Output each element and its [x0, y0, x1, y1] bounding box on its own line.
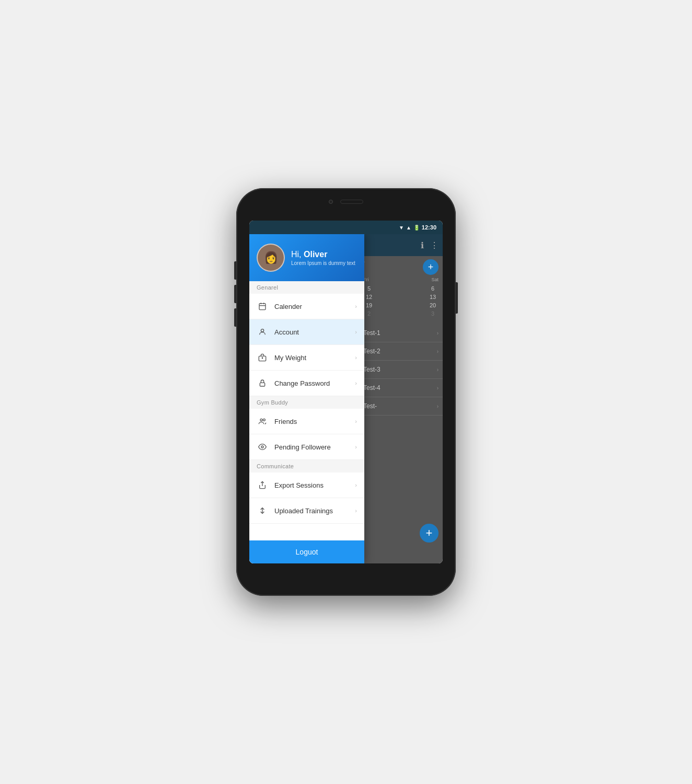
menu-section-gym-buddy: Gym Buddy	[249, 396, 364, 409]
list-item[interactable]: Test-4 ›	[359, 379, 443, 397]
phone-device: ▼ ▲ 🔋 12:30 ℹ ⋮ + › Fri Sat	[236, 188, 456, 596]
volume-up-button	[234, 261, 236, 280]
status-bar: ▼ ▲ 🔋 12:30	[249, 221, 443, 234]
svg-point-7	[262, 358, 262, 358]
drawer-header: 👩 Hi, Oliver Lorem Ipsum is dummy text	[249, 234, 364, 281]
cal-row-1: 5 6	[363, 284, 439, 293]
sidebar-item-calender[interactable]: Calender ›	[249, 294, 364, 319]
wifi-icon: ▼	[399, 225, 404, 230]
chevron-right-icon: ›	[355, 354, 357, 361]
friends-icon	[257, 416, 268, 427]
cal-col-sat: Sat	[431, 277, 439, 282]
svg-point-9	[260, 419, 262, 421]
list-item-label: Test-2	[363, 348, 380, 355]
sidebar-item-my-weight[interactable]: My Weight ›	[249, 345, 364, 371]
signal-icon: ▲	[406, 225, 411, 230]
cal-row-4: 2 3	[363, 309, 439, 318]
calendar-icon	[257, 301, 268, 312]
calendar-header: Fri Sat	[363, 275, 439, 284]
calender-label: Calender	[274, 303, 355, 310]
phone-screen: ▼ ▲ 🔋 12:30 ℹ ⋮ + › Fri Sat	[249, 221, 443, 563]
cal-cell: 2	[363, 310, 375, 317]
export-icon	[257, 479, 268, 491]
add-fab-top[interactable]: +	[423, 259, 439, 275]
chevron-right-icon: ›	[355, 418, 357, 424]
sidebar-item-change-password[interactable]: Change Password ›	[249, 371, 364, 396]
lock-icon	[257, 377, 268, 389]
battery-icon: 🔋	[413, 225, 420, 230]
front-camera	[329, 200, 333, 204]
right-panel-header: ℹ ⋮	[359, 234, 443, 256]
list-item[interactable]: Test- ›	[359, 397, 443, 416]
cal-cell: 5	[363, 285, 375, 292]
svg-rect-0	[259, 304, 266, 310]
avatar: 👩	[257, 244, 285, 272]
chevron-right-icon: ›	[355, 329, 357, 335]
svg-point-4	[261, 329, 263, 332]
list-item[interactable]: Test-2 ›	[359, 342, 443, 361]
svg-rect-8	[260, 383, 264, 386]
chevron-right-icon: ›	[355, 380, 357, 386]
svg-point-11	[261, 446, 263, 448]
list-item[interactable]: Test-1 ›	[359, 324, 443, 342]
export-sessions-label: Export Sessions	[274, 481, 355, 489]
sidebar-item-uploaded-trainings[interactable]: Uploaded Trainings ›	[249, 498, 364, 524]
status-bar-content: ▼ ▲ 🔋 12:30	[399, 224, 436, 230]
sidebar-item-account[interactable]: Account ›	[249, 319, 364, 345]
account-label: Account	[274, 328, 355, 336]
menu-section-communicate: Communicate	[249, 460, 364, 472]
chevron-right-icon: ›	[355, 303, 357, 309]
chevron-right-icon: ›	[437, 367, 439, 373]
svg-point-10	[263, 419, 265, 421]
cal-cell: 3	[427, 310, 439, 317]
drawer-menu: Genarel Calender › Account	[249, 281, 364, 540]
account-icon	[257, 326, 268, 338]
greeting-text: Hi, Oliver	[291, 250, 355, 259]
logout-button[interactable]: Loguot	[249, 540, 364, 563]
sidebar-item-pending-followers[interactable]: Pending Followere ›	[249, 434, 364, 460]
cal-cell: 12	[363, 294, 375, 300]
my-weight-label: My Weight	[274, 354, 355, 362]
chevron-right-icon: ›	[437, 330, 439, 336]
greeting-prefix: Hi,	[291, 250, 304, 259]
change-password-label: Change Password	[274, 379, 355, 387]
pending-followers-label: Pending Followere	[274, 443, 355, 451]
list-item-label: Test-4	[363, 384, 380, 391]
username: Oliver	[304, 250, 327, 259]
chevron-right-icon: ›	[437, 385, 439, 391]
list-item-label: Test-	[363, 402, 377, 410]
navigation-drawer: 👩 Hi, Oliver Lorem Ipsum is dummy text G…	[249, 234, 364, 563]
cal-cell: 6	[427, 285, 439, 292]
info-icon[interactable]: ℹ	[421, 240, 424, 250]
more-icon[interactable]: ⋮	[430, 240, 439, 250]
friends-label: Friends	[274, 418, 355, 425]
menu-section-general: Genarel	[249, 281, 364, 294]
right-panel: ℹ ⋮ + › Fri Sat 5 6 12 13	[359, 234, 443, 563]
phone-top-bar	[329, 200, 363, 204]
earpiece-speaker	[340, 200, 363, 204]
cal-cell: 19	[363, 302, 375, 308]
sidebar-item-friends[interactable]: Friends ›	[249, 409, 364, 434]
chevron-right-icon: ›	[437, 349, 439, 354]
chevron-right-icon: ›	[355, 482, 357, 488]
list-item-label: Test-3	[363, 366, 380, 373]
volume-down-button	[234, 285, 236, 303]
add-fab-bottom[interactable]: +	[420, 524, 439, 543]
cal-row-2: 12 13	[363, 293, 439, 301]
cal-cell: 20	[427, 302, 439, 308]
cal-cell: 13	[427, 294, 439, 300]
chevron-right-icon: ›	[355, 508, 357, 514]
screen-body: ℹ ⋮ + › Fri Sat 5 6 12 13	[249, 234, 443, 563]
volume-down-button-2	[234, 308, 236, 327]
list-item-label: Test-1	[363, 329, 380, 337]
chevron-right-icon: ›	[355, 444, 357, 450]
sidebar-item-export-sessions[interactable]: Export Sessions ›	[249, 472, 364, 498]
clock: 12:30	[422, 224, 436, 230]
cal-row-3: 19 20	[363, 301, 439, 309]
user-subtitle: Lorem Ipsum is dummy text	[291, 260, 355, 266]
weight-icon	[257, 352, 268, 363]
list-item[interactable]: Test-3 ›	[359, 361, 443, 379]
upload-icon	[257, 505, 268, 516]
eye-icon	[257, 441, 268, 453]
user-info: Hi, Oliver Lorem Ipsum is dummy text	[291, 250, 355, 266]
